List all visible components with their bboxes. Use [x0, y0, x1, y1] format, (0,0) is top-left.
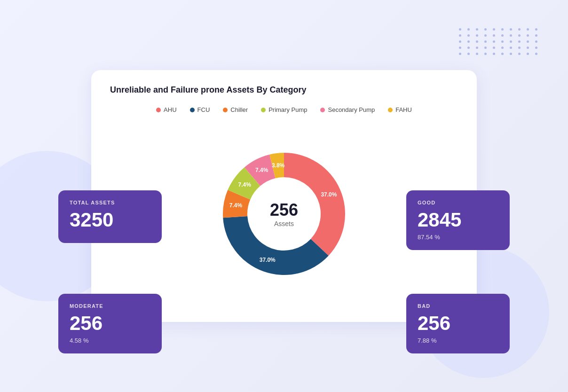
- total-assets-label: TOTAL ASSETS: [70, 200, 150, 205]
- bad-label: BAD: [418, 303, 498, 309]
- total-assets-number: 3250: [70, 210, 150, 230]
- legend: AHUFCUChillerPrimary PumpSecondary PumpF…: [110, 106, 458, 113]
- segment-label: 7.4%: [229, 202, 243, 209]
- legend-dot: [190, 108, 195, 112]
- legend-label: Primary Pump: [268, 106, 307, 113]
- legend-dot: [320, 108, 325, 112]
- segment-label: 7.4%: [238, 181, 252, 188]
- legend-item: FCU: [190, 106, 210, 113]
- stat-card-total-assets: TOTAL ASSETS 3250: [58, 190, 162, 243]
- legend-dot: [156, 108, 161, 112]
- legend-label: Secondary Pump: [328, 106, 375, 113]
- chart-area: 37.0%37.0%7.4%7.4%7.4%3.8% 256 Assets TO…: [110, 125, 458, 303]
- stat-card-bad: BAD 256 7.88 %: [406, 294, 510, 353]
- legend-dot: [223, 108, 228, 112]
- legend-item: AHU: [156, 106, 176, 113]
- legend-item: Primary Pump: [261, 106, 307, 113]
- legend-dot: [388, 108, 393, 112]
- legend-label: FAHU: [395, 106, 412, 113]
- moderate-number: 256: [70, 314, 150, 333]
- segment-label: 3.8%: [272, 162, 285, 169]
- donut-center: 256 Assets: [270, 200, 298, 227]
- legend-item: Secondary Pump: [320, 106, 375, 113]
- stat-card-moderate: MODERATE 256 4.58 %: [58, 294, 162, 353]
- good-label: GOOD: [418, 200, 498, 205]
- main-card: Unreliable and Failure prone Assets By C…: [91, 70, 477, 322]
- legend-dot: [261, 108, 266, 112]
- bad-number: 256: [418, 314, 498, 333]
- segment-label: 7.4%: [255, 167, 268, 173]
- good-percent: 87.54 %: [418, 234, 498, 241]
- good-number: 2845: [418, 210, 498, 230]
- bad-percent: 7.88 %: [418, 337, 498, 344]
- legend-label: AHU: [164, 106, 176, 113]
- legend-label: FCU: [197, 106, 210, 113]
- stat-card-good: GOOD 2845 87.54 %: [406, 190, 510, 250]
- donut-center-number: 256: [270, 200, 298, 220]
- card-title: Unreliable and Failure prone Assets By C…: [110, 85, 458, 95]
- legend-item: Chiller: [223, 106, 248, 113]
- moderate-label: MODERATE: [70, 303, 150, 309]
- segment-label: 37.0%: [260, 257, 276, 263]
- legend-item: FAHU: [388, 106, 412, 113]
- dot-pattern: [459, 28, 540, 55]
- donut-chart: 37.0%37.0%7.4%7.4%7.4%3.8% 256 Assets: [204, 134, 364, 294]
- moderate-percent: 4.58 %: [70, 337, 150, 344]
- legend-label: Chiller: [230, 106, 248, 113]
- segment-label: 37.0%: [321, 191, 337, 198]
- donut-center-label: Assets: [270, 220, 298, 227]
